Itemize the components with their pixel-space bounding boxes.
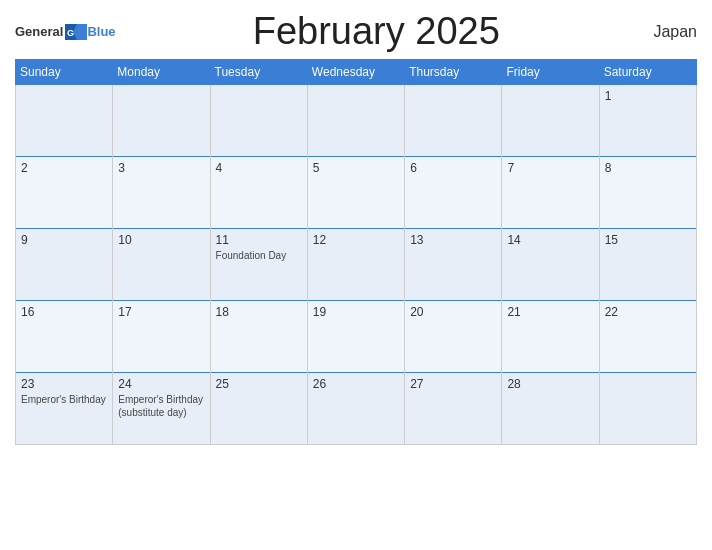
day-number: 18 xyxy=(216,305,302,319)
calendar-header-tuesday: Tuesday xyxy=(210,60,307,85)
logo-blue: Blue xyxy=(87,24,115,39)
calendar-cell: 10 xyxy=(113,229,210,301)
calendar-cell: 20 xyxy=(405,301,502,373)
calendar-cell: 18 xyxy=(210,301,307,373)
day-number: 2 xyxy=(21,161,107,175)
calendar-cell: 12 xyxy=(307,229,404,301)
day-number: 22 xyxy=(605,305,691,319)
calendar-cell: 27 xyxy=(405,373,502,445)
calendar-header-row: SundayMondayTuesdayWednesdayThursdayFrid… xyxy=(16,60,697,85)
calendar-cell xyxy=(307,85,404,157)
calendar-cell: 6 xyxy=(405,157,502,229)
day-event: Emperor's Birthday (substitute day) xyxy=(118,393,204,419)
day-number: 9 xyxy=(21,233,107,247)
day-number: 4 xyxy=(216,161,302,175)
day-number: 6 xyxy=(410,161,496,175)
day-number: 5 xyxy=(313,161,399,175)
day-number: 16 xyxy=(21,305,107,319)
calendar-cell: 16 xyxy=(16,301,113,373)
calendar-cell: 3 xyxy=(113,157,210,229)
country-label: Japan xyxy=(637,23,697,41)
calendar-cell xyxy=(113,85,210,157)
svg-text:G: G xyxy=(67,28,74,38)
day-number: 7 xyxy=(507,161,593,175)
calendar-week-row: 2345678 xyxy=(16,157,697,229)
day-number: 19 xyxy=(313,305,399,319)
calendar-week-row: 91011Foundation Day12131415 xyxy=(16,229,697,301)
day-number: 23 xyxy=(21,377,107,391)
logo-flag-icon: G xyxy=(65,24,87,40)
day-number: 21 xyxy=(507,305,593,319)
calendar-cell xyxy=(599,373,696,445)
day-number: 12 xyxy=(313,233,399,247)
day-number: 17 xyxy=(118,305,204,319)
day-event: Emperor's Birthday xyxy=(21,393,107,406)
calendar-cell: 8 xyxy=(599,157,696,229)
calendar-header-sunday: Sunday xyxy=(16,60,113,85)
calendar-cell: 23Emperor's Birthday xyxy=(16,373,113,445)
calendar-week-row: 16171819202122 xyxy=(16,301,697,373)
logo: General G Blue xyxy=(15,24,116,40)
day-number: 24 xyxy=(118,377,204,391)
calendar-cell: 24Emperor's Birthday (substitute day) xyxy=(113,373,210,445)
calendar-header-saturday: Saturday xyxy=(599,60,696,85)
logo-general: General xyxy=(15,24,63,39)
calendar-cell: 1 xyxy=(599,85,696,157)
calendar-cell xyxy=(210,85,307,157)
calendar-cell: 14 xyxy=(502,229,599,301)
day-number: 11 xyxy=(216,233,302,247)
calendar-cell: 19 xyxy=(307,301,404,373)
calendar-header-thursday: Thursday xyxy=(405,60,502,85)
day-event: Foundation Day xyxy=(216,249,302,262)
day-number: 15 xyxy=(605,233,691,247)
calendar-cell: 9 xyxy=(16,229,113,301)
calendar-cell: 28 xyxy=(502,373,599,445)
day-number: 25 xyxy=(216,377,302,391)
calendar-header-wednesday: Wednesday xyxy=(307,60,404,85)
calendar-cell: 21 xyxy=(502,301,599,373)
day-number: 28 xyxy=(507,377,593,391)
day-number: 14 xyxy=(507,233,593,247)
day-number: 20 xyxy=(410,305,496,319)
calendar-cell: 15 xyxy=(599,229,696,301)
calendar-cell xyxy=(16,85,113,157)
calendar-cell: 13 xyxy=(405,229,502,301)
day-number: 27 xyxy=(410,377,496,391)
calendar-cell: 11Foundation Day xyxy=(210,229,307,301)
day-number: 1 xyxy=(605,89,691,103)
day-number: 3 xyxy=(118,161,204,175)
calendar-cell xyxy=(502,85,599,157)
calendar-cell: 2 xyxy=(16,157,113,229)
calendar-header-monday: Monday xyxy=(113,60,210,85)
day-number: 13 xyxy=(410,233,496,247)
calendar-cell: 17 xyxy=(113,301,210,373)
calendar-cell: 7 xyxy=(502,157,599,229)
calendar-cell: 25 xyxy=(210,373,307,445)
calendar-cell: 22 xyxy=(599,301,696,373)
calendar-week-row: 23Emperor's Birthday24Emperor's Birthday… xyxy=(16,373,697,445)
calendar-cell xyxy=(405,85,502,157)
day-number: 10 xyxy=(118,233,204,247)
calendar-header-friday: Friday xyxy=(502,60,599,85)
page-title: February 2025 xyxy=(116,10,637,53)
calendar-week-row: 1 xyxy=(16,85,697,157)
day-number: 26 xyxy=(313,377,399,391)
calendar-cell: 4 xyxy=(210,157,307,229)
day-number: 8 xyxy=(605,161,691,175)
calendar-cell: 26 xyxy=(307,373,404,445)
calendar-table: SundayMondayTuesdayWednesdayThursdayFrid… xyxy=(15,59,697,445)
calendar-cell: 5 xyxy=(307,157,404,229)
